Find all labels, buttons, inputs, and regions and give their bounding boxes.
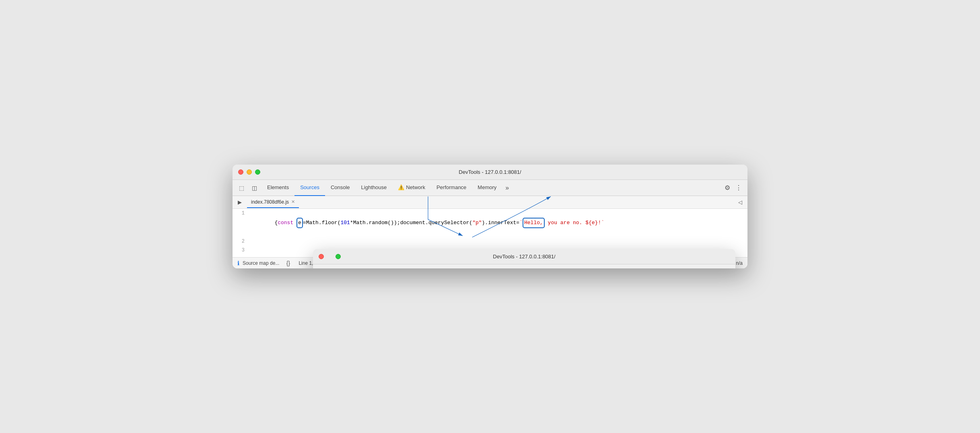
outer-title-bar: DevTools - 127.0.0.1:8081/	[233, 165, 747, 180]
code-line-2: 2	[233, 237, 747, 246]
info-icon: ℹ	[237, 260, 239, 266]
collapse-panel-icon[interactable]: ◁	[735, 198, 745, 207]
line-number-1: 1	[233, 209, 248, 218]
maximize-button[interactable]	[255, 169, 260, 175]
more-tabs-icon[interactable]: »	[502, 184, 512, 192]
inner-title-bar: DevTools - 127.0.0.1:8081/	[313, 249, 735, 264]
outer-tab-bar: ⬚ ◫ Elements Sources Console Lighthouse …	[233, 180, 747, 196]
warning-icon: ⚠️	[398, 184, 404, 190]
inner-close-button[interactable]	[319, 254, 324, 259]
inner-cursor-icon[interactable]: ⬚	[316, 267, 327, 269]
file-tab-index[interactable]: index.7808df6e.js ✕	[247, 197, 299, 208]
more-options-icon[interactable]: ⋮	[733, 182, 744, 194]
inner-tab-lighthouse[interactable]: Lighthouse	[436, 264, 473, 269]
inner-tab-elements[interactable]: Elements	[342, 264, 375, 269]
window-controls	[238, 169, 260, 175]
minimize-button[interactable]	[247, 169, 252, 175]
code-line-1: 1 {const e=Math.floor(101*Math.random())…	[233, 209, 747, 237]
inner-tab-console[interactable]: Console	[406, 264, 436, 269]
tab-network[interactable]: ⚠️Network	[392, 180, 431, 196]
file-tab-close-button[interactable]: ✕	[291, 199, 295, 204]
tab-memory[interactable]: Memory	[472, 180, 502, 196]
tab-sources[interactable]: Sources	[294, 180, 325, 196]
tab-performance[interactable]: Performance	[431, 180, 472, 196]
inner-tab-bar: ⬚ ◫ Elements Sources Console Lighthouse …	[313, 264, 735, 268]
inner-window-title: DevTools - 127.0.0.1:8081/	[493, 254, 555, 260]
inner-more-options-icon[interactable]: ⋮	[721, 267, 732, 269]
cursor-icon[interactable]: ⬚	[236, 182, 247, 194]
outer-file-tabs: ▶ index.7808df6e.js ✕ ◁	[233, 196, 747, 209]
panel-icon[interactable]: ▶	[235, 198, 245, 207]
inspector-icon[interactable]: ◫	[249, 182, 260, 194]
status-icon: {}	[282, 258, 294, 269]
inner-tab-sources[interactable]: Sources	[375, 264, 406, 269]
line-content-1: {const e=Math.floor(101*Math.random());d…	[248, 209, 604, 237]
settings-icon[interactable]: ⚙	[722, 182, 733, 194]
inner-min-placeholder	[327, 254, 332, 259]
line-number-3: 3	[233, 246, 248, 255]
inner-inspector-icon[interactable]: ◫	[329, 267, 340, 269]
inner-settings-icon[interactable]: ⚙	[710, 267, 721, 269]
tab-lighthouse[interactable]: Lighthouse	[356, 180, 393, 196]
source-map-text: Source map de...	[243, 260, 279, 266]
line-number-2: 2	[233, 237, 248, 246]
tab-console[interactable]: Console	[325, 180, 356, 196]
tab-elements[interactable]: Elements	[261, 180, 294, 196]
close-button[interactable]	[238, 169, 243, 175]
outer-devtools-window: DevTools - 127.0.0.1:8081/ ⬚ ◫ Elements …	[233, 165, 747, 268]
window-title: DevTools - 127.0.0.1:8081/	[459, 169, 521, 175]
inner-max-button[interactable]	[336, 254, 341, 259]
inner-window-controls	[319, 254, 341, 259]
file-tab-name: index.7808df6e.js	[251, 199, 289, 205]
inner-devtools-window: DevTools - 127.0.0.1:8081/ ⬚ ◫ Elements …	[313, 249, 735, 268]
